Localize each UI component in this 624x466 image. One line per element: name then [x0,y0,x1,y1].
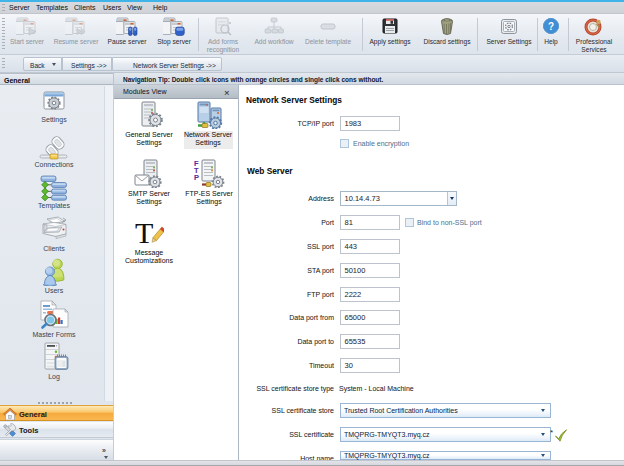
svg-text:P: P [194,173,199,182]
svg-text:?: ? [548,21,554,32]
svg-text:T: T [135,218,153,247]
